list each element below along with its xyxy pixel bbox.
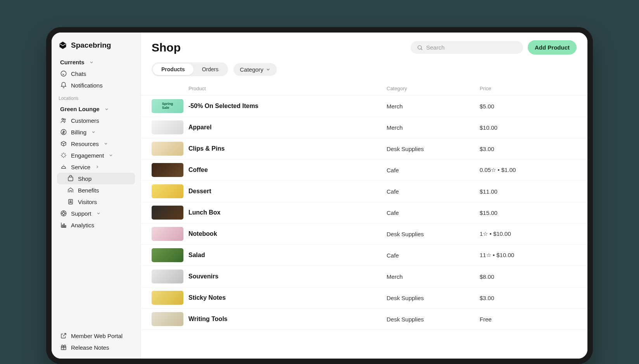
svg-point-6 — [70, 201, 71, 202]
sidebar-item-label: Currents — [60, 59, 85, 65]
sidebar-item-chats[interactable]: Chats — [57, 68, 135, 79]
sidebar-item-resources[interactable]: Resources — [57, 138, 135, 149]
svg-rect-9 — [62, 225, 63, 227]
support-icon — [60, 210, 67, 217]
sidebar-item-member-portal[interactable]: Member Web Portal — [57, 330, 135, 342]
filter-bar: Products Orders Category — [141, 59, 587, 83]
product-category: Merch — [387, 103, 480, 110]
sidebar-item-green-lounge[interactable]: Green Lounge — [57, 103, 135, 115]
product-name: Apparel — [188, 124, 387, 131]
sidebar-item-notifications[interactable]: Notifications — [57, 79, 135, 91]
category-filter[interactable]: Category — [233, 63, 277, 76]
sidebar-item-customers[interactable]: Customers — [57, 115, 135, 126]
product-category: Cafe — [387, 167, 480, 173]
sidebar-item-analytics[interactable]: Analytics — [57, 219, 135, 231]
users-icon — [60, 117, 67, 124]
svg-rect-11 — [65, 226, 66, 228]
svg-rect-4 — [68, 177, 73, 181]
table-row[interactable]: Writing Tools Desk Supplies Free — [141, 309, 587, 330]
sidebar-item-benefits[interactable]: Benefits — [57, 184, 135, 196]
sidebar-item-label: Release Notes — [71, 344, 109, 351]
tab-products[interactable]: Products — [153, 64, 193, 75]
product-thumbnail — [152, 184, 183, 198]
product-category: Merch — [387, 273, 480, 280]
sidebar-item-release-notes[interactable]: Release Notes — [57, 342, 135, 353]
column-header-product: Product — [188, 86, 387, 91]
table-row[interactable]: Spring Sale -50% On Selected Items Merch… — [141, 96, 587, 117]
table-row[interactable]: Lunch Box Cafe $15.00 — [141, 202, 587, 223]
tab-orders[interactable]: Orders — [193, 64, 227, 75]
product-thumbnail — [152, 312, 183, 326]
product-thumbnail — [152, 227, 183, 241]
product-name: Dessert — [188, 188, 387, 195]
column-header-category: Category — [387, 86, 480, 91]
product-price: $15.00 — [480, 209, 577, 216]
column-header-price: Price — [480, 86, 577, 91]
product-thumbnail — [152, 120, 183, 134]
search-icon — [417, 45, 423, 51]
category-filter-label: Category — [240, 66, 263, 73]
analytics-icon — [60, 221, 67, 228]
sidebar-item-shop[interactable]: Shop — [57, 173, 135, 184]
service-icon — [60, 163, 67, 170]
product-name: Lunch Box — [188, 209, 387, 216]
sidebar-item-label: Green Lounge — [60, 106, 100, 112]
product-thumbnail: Spring Sale — [152, 99, 183, 113]
sidebar-item-label: Resources — [71, 141, 99, 147]
sidebar-item-engagement[interactable]: Engagement — [57, 149, 135, 161]
chevron-down-icon — [266, 67, 271, 72]
product-thumbnail — [152, 291, 183, 305]
product-thumbnail — [152, 163, 183, 177]
shop-icon — [67, 175, 74, 182]
product-price: $11.00 — [480, 188, 577, 195]
svg-point-13 — [418, 45, 421, 49]
external-link-icon — [60, 332, 67, 339]
page-header: Shop Add Product — [141, 33, 587, 59]
svg-point-1 — [62, 118, 64, 120]
svg-point-2 — [64, 119, 66, 120]
table-row[interactable]: Dessert Cafe $11.00 — [141, 181, 587, 202]
product-category: Cafe — [387, 188, 480, 195]
product-price: $8.00 — [480, 273, 577, 280]
main-content: Shop Add Product Products Orders Categor… — [141, 33, 587, 359]
brand-logo-icon — [59, 41, 67, 50]
sidebar-item-label: Billing — [71, 129, 86, 136]
benefits-icon — [67, 187, 74, 194]
table-row[interactable]: Clips & Pins Desk Supplies $3.00 — [141, 138, 587, 160]
sidebar-item-label: Service — [71, 164, 90, 170]
table-row[interactable]: Sticky Notes Desk Supplies $3.00 — [141, 287, 587, 309]
sidebar-item-label: Shop — [78, 175, 92, 182]
add-product-button[interactable]: Add Product — [528, 40, 577, 55]
product-name: Writing Tools — [188, 316, 387, 323]
product-thumbnail — [152, 270, 183, 283]
product-thumbnail — [152, 206, 183, 220]
sidebar-item-currents[interactable]: Currents — [57, 57, 135, 68]
product-price: 1☆ • $10.00 — [480, 230, 577, 237]
table-body: Spring Sale -50% On Selected Items Merch… — [141, 96, 587, 330]
chevron-down-icon — [104, 107, 109, 112]
sidebar: Spacebring Currents Chats Notifications … — [52, 33, 141, 359]
search-input-wrapper[interactable] — [411, 41, 523, 54]
sidebar-item-label: Member Web Portal — [71, 333, 123, 339]
sidebar-item-billing[interactable]: Billing — [57, 126, 135, 138]
product-category: Cafe — [387, 209, 480, 216]
search-input[interactable] — [426, 44, 517, 51]
brand[interactable]: Spacebring — [57, 39, 135, 57]
table-row[interactable]: Salad Cafe 11☆ • $10.00 — [141, 245, 587, 266]
product-name: Salad — [188, 252, 387, 259]
billing-icon — [60, 129, 67, 136]
table-row[interactable]: Coffee Cafe 0.05☆ • $1.00 — [141, 160, 587, 181]
sidebar-item-label: Engagement — [71, 152, 104, 159]
table-row[interactable]: Notebook Desk Supplies 1☆ • $10.00 — [141, 223, 587, 245]
product-category: Desk Supplies — [387, 316, 480, 323]
product-thumbnail — [152, 142, 183, 156]
chevron-down-icon — [96, 211, 101, 216]
product-category: Desk Supplies — [387, 231, 480, 237]
sidebar-item-visitors[interactable]: Visitors — [57, 196, 135, 208]
table-row[interactable]: Souvenirs Merch $8.00 — [141, 266, 587, 287]
sidebar-item-label: Visitors — [78, 199, 97, 205]
product-category: Desk Supplies — [387, 146, 480, 152]
sidebar-item-support[interactable]: Support — [57, 208, 135, 219]
sidebar-item-service[interactable]: Service — [57, 161, 135, 173]
table-row[interactable]: Apparel Merch $10.00 — [141, 117, 587, 138]
